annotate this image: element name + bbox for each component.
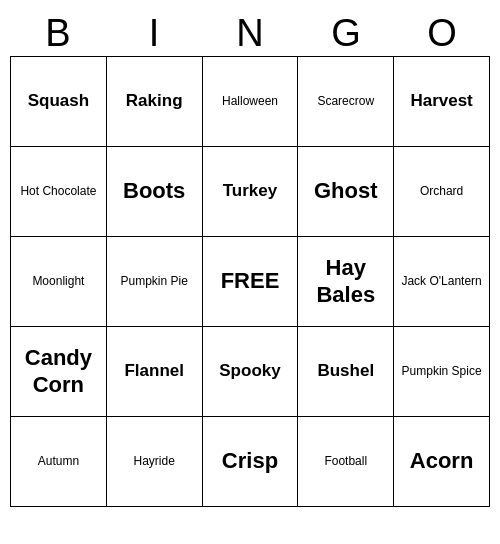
bingo-cell: Hot Chocolate <box>11 147 107 237</box>
bingo-cell: Bushel <box>298 327 394 417</box>
bingo-cell: Crisp <box>203 417 299 507</box>
bingo-cell: Raking <box>107 57 203 147</box>
header-letter: B <box>10 10 106 56</box>
bingo-cell: Candy Corn <box>11 327 107 417</box>
header-letter: N <box>202 10 298 56</box>
bingo-cell: Autumn <box>11 417 107 507</box>
bingo-cell: Flannel <box>107 327 203 417</box>
bingo-cell: Squash <box>11 57 107 147</box>
bingo-card: BINGO SquashRakingHalloweenScarecrowHarv… <box>10 10 490 507</box>
bingo-cell: Hay Bales <box>298 237 394 327</box>
bingo-cell: Football <box>298 417 394 507</box>
bingo-cell: Pumpkin Pie <box>107 237 203 327</box>
bingo-cell: Jack O'Lantern <box>394 237 490 327</box>
bingo-cell: FREE <box>203 237 299 327</box>
header-letter: G <box>298 10 394 56</box>
bingo-cell: Ghost <box>298 147 394 237</box>
bingo-cell: Harvest <box>394 57 490 147</box>
bingo-cell: Pumpkin Spice <box>394 327 490 417</box>
bingo-cell: Orchard <box>394 147 490 237</box>
bingo-cell: Boots <box>107 147 203 237</box>
bingo-grid: SquashRakingHalloweenScarecrowHarvestHot… <box>10 56 490 507</box>
header-letter: I <box>106 10 202 56</box>
bingo-cell: Turkey <box>203 147 299 237</box>
header-letter: O <box>394 10 490 56</box>
bingo-cell: Acorn <box>394 417 490 507</box>
bingo-header: BINGO <box>10 10 490 56</box>
bingo-cell: Scarecrow <box>298 57 394 147</box>
bingo-cell: Halloween <box>203 57 299 147</box>
bingo-cell: Spooky <box>203 327 299 417</box>
bingo-cell: Moonlight <box>11 237 107 327</box>
bingo-cell: Hayride <box>107 417 203 507</box>
